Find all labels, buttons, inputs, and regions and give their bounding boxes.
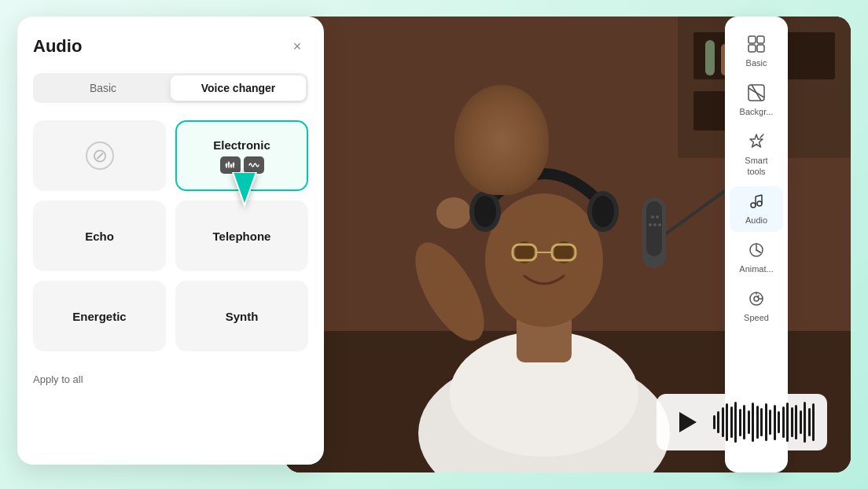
vc-item-electronic[interactable]: Electronic [175, 120, 308, 191]
audio-icon [748, 193, 765, 212]
no-effect-icon: ⊘ [86, 142, 114, 170]
background-icon [748, 84, 765, 104]
svg-point-57 [225, 164, 227, 166]
voice-changer-grid: ⊘ Electronic [33, 120, 308, 351]
svg-rect-27 [646, 201, 662, 256]
vc-item-synth-label: Synth [226, 310, 259, 323]
svg-point-42 [751, 203, 756, 208]
tab-voice-changer[interactable]: Voice changer [171, 75, 306, 101]
play-icon [679, 412, 697, 432]
waveform-player [657, 394, 828, 450]
sidebar-item-speed[interactable]: Speed [730, 284, 783, 329]
sidebar-item-background[interactable]: Backgr... [730, 78, 783, 123]
vc-item-energetic[interactable]: Energetic [33, 281, 166, 351]
svg-point-23 [592, 196, 614, 227]
cursor-arrow [229, 172, 260, 213]
panel-header: Audio × [33, 35, 308, 57]
vc-item-echo[interactable]: Echo [33, 200, 166, 271]
audio-panel: Audio × Basic Voice changer ⊘ Electronic [17, 17, 324, 465]
sidebar-audio-label: Audio [745, 215, 767, 226]
svg-point-22 [474, 196, 496, 227]
wave-icon [244, 156, 264, 174]
play-button[interactable] [669, 405, 704, 439]
close-button[interactable]: × [286, 35, 308, 57]
tab-switcher: Basic Voice changer [33, 73, 308, 103]
svg-point-60 [232, 163, 234, 165]
tab-basic[interactable]: Basic [35, 75, 171, 101]
svg-rect-33 [748, 36, 756, 43]
sidebar-item-smart-tools[interactable]: Smarttools [730, 127, 783, 182]
animate-icon [748, 241, 765, 261]
svg-line-39 [748, 88, 764, 97]
sidebar-animate-label: Animat... [739, 264, 773, 274]
svg-point-19 [436, 197, 471, 229]
speed-icon [748, 290, 765, 310]
svg-point-59 [230, 164, 232, 167]
svg-point-31 [653, 223, 657, 226]
sidebar-smart-tools-label: Smarttools [745, 156, 767, 176]
svg-rect-36 [757, 45, 764, 52]
svg-rect-6 [705, 40, 715, 75]
panel-title: Audio [33, 36, 82, 57]
svg-point-12 [485, 193, 603, 327]
sidebar-basic-label: Basic [746, 58, 767, 68]
svg-marker-61 [233, 172, 256, 205]
vc-item-synth[interactable]: Synth [175, 281, 308, 351]
sidebar-background-label: Backgr... [740, 107, 774, 117]
svg-point-58 [227, 162, 230, 164]
svg-point-32 [658, 223, 661, 226]
vc-item-none[interactable]: ⊘ [33, 120, 166, 191]
eq-icon [220, 156, 241, 174]
sidebar-item-basic[interactable]: Basic [730, 29, 783, 75]
basic-icon [748, 35, 765, 55]
svg-line-41 [760, 136, 762, 138]
vc-mini-icons [220, 156, 264, 174]
vc-item-echo-label: Echo [85, 230, 114, 243]
vc-item-energetic-label: Energetic [72, 310, 126, 323]
svg-rect-35 [748, 45, 756, 52]
svg-rect-34 [757, 36, 764, 43]
vc-item-telephone-label: Telephone [213, 230, 271, 243]
waveform-bars [713, 402, 815, 443]
svg-line-46 [756, 195, 762, 197]
smart-tools-icon [748, 133, 765, 153]
apply-to-all[interactable]: Apply to all [33, 370, 308, 388]
svg-point-28 [651, 215, 654, 219]
sidebar-item-animate[interactable]: Animat... [730, 235, 783, 281]
svg-point-30 [649, 223, 652, 226]
sidebar-item-audio[interactable]: Audio [730, 186, 783, 232]
svg-point-29 [656, 215, 659, 219]
sidebar-speed-label: Speed [744, 313, 769, 323]
vc-item-electronic-label: Electronic [213, 138, 270, 152]
svg-point-43 [757, 201, 762, 206]
